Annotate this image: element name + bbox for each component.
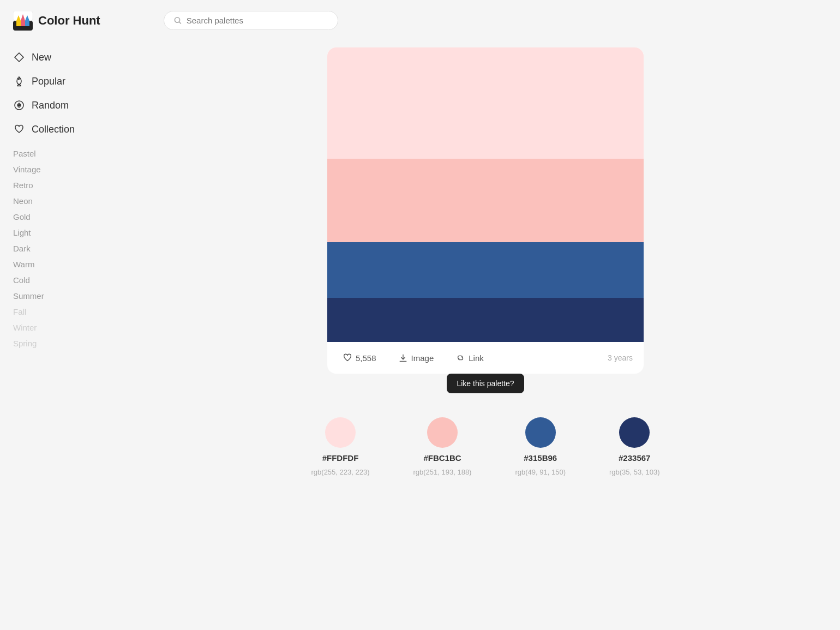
stripe-2 xyxy=(327,159,644,242)
heart-icon xyxy=(343,353,352,363)
stripe-4 xyxy=(327,298,644,343)
tag-neon[interactable]: Neon xyxy=(13,194,129,208)
color-swatches: #FFDFDF rgb(255, 223, 223) #FBC1BC rgb(2… xyxy=(311,417,660,476)
swatch-circle-2 xyxy=(427,417,458,448)
svg-rect-2 xyxy=(16,21,21,26)
palette-actions: 5,558 Image Link xyxy=(327,342,644,374)
svg-rect-4 xyxy=(25,21,29,26)
logo-area[interactable]: Color Hunt xyxy=(13,11,129,31)
swatch-3[interactable]: #315B96 rgb(49, 91, 150) xyxy=(515,417,566,476)
time-ago: 3 years xyxy=(608,353,633,362)
image-label: Image xyxy=(411,353,434,363)
swatch-circle-3 xyxy=(525,417,556,448)
nav-popular[interactable]: Popular xyxy=(13,70,129,93)
swatch-hex-3: #315B96 xyxy=(524,453,557,463)
swatch-rgb-3: rgb(49, 91, 150) xyxy=(515,468,566,476)
nav-collection[interactable]: Collection xyxy=(13,118,129,141)
swatch-circle-4 xyxy=(619,417,650,448)
diamond-icon xyxy=(13,51,25,63)
like-button[interactable]: 5,558 xyxy=(338,351,381,365)
like-tooltip: Like this palette? xyxy=(447,374,524,393)
swatch-4[interactable]: #233567 rgb(35, 53, 103) xyxy=(609,417,660,476)
main-content: 5,558 Image Link xyxy=(142,0,840,630)
tag-retro[interactable]: Retro xyxy=(13,178,129,193)
random-icon xyxy=(13,99,25,111)
swatch-rgb-4: rgb(35, 53, 103) xyxy=(609,468,660,476)
swatch-circle-1 xyxy=(325,417,356,448)
main-area: 5,558 Image Link xyxy=(164,47,807,476)
tag-vintage[interactable]: Vintage xyxy=(13,162,129,177)
swatch-1[interactable]: #FFDFDF rgb(255, 223, 223) xyxy=(311,417,370,476)
svg-point-11 xyxy=(175,17,179,22)
tag-fall[interactable]: Fall xyxy=(13,304,129,319)
svg-rect-3 xyxy=(21,21,25,26)
link-button[interactable]: Link xyxy=(451,351,488,365)
swatch-hex-2: #FBC1BC xyxy=(423,453,461,463)
link-label: Link xyxy=(469,353,484,363)
svg-point-10 xyxy=(19,105,20,106)
sidebar: Color Hunt New Popular xyxy=(0,0,142,630)
nav-new[interactable]: New xyxy=(13,46,129,69)
nav-collection-label: Collection xyxy=(32,124,75,135)
heart-outline-icon xyxy=(13,123,25,135)
swatch-hex-1: #FFDFDF xyxy=(322,453,359,463)
tag-pastel[interactable]: Pastel xyxy=(13,146,129,161)
stripe-1 xyxy=(327,47,644,159)
palette-card: 5,558 Image Link xyxy=(327,47,644,374)
likes-count: 5,558 xyxy=(356,353,376,363)
palette-stripes xyxy=(327,47,644,342)
stripe-3 xyxy=(327,242,644,298)
link-icon xyxy=(455,353,465,363)
tag-cold[interactable]: Cold xyxy=(13,273,129,287)
logo-icon xyxy=(13,11,33,31)
image-button[interactable]: Image xyxy=(394,351,439,365)
header-search xyxy=(164,11,807,30)
tag-dark[interactable]: Dark xyxy=(13,241,129,256)
tag-summer[interactable]: Summer xyxy=(13,289,129,303)
search-icon xyxy=(174,16,182,25)
swatch-rgb-1: rgb(255, 223, 223) xyxy=(311,468,370,476)
search-bar[interactable] xyxy=(164,11,338,30)
swatch-2[interactable]: #FBC1BC rgb(251, 193, 188) xyxy=(413,417,471,476)
tag-gold[interactable]: Gold xyxy=(13,209,129,224)
nav-random[interactable]: Random xyxy=(13,94,129,117)
tooltip-container: Like this palette? xyxy=(447,374,524,393)
tag-spring[interactable]: Spring xyxy=(13,336,129,351)
app-title: Color Hunt xyxy=(38,14,100,28)
svg-line-12 xyxy=(179,22,181,23)
tag-winter[interactable]: Winter xyxy=(13,320,129,335)
swatch-hex-4: #233567 xyxy=(619,453,650,463)
tag-list: Pastel Vintage Retro Neon Gold Light Dar… xyxy=(13,146,129,351)
nav-popular-label: Popular xyxy=(32,76,65,87)
swatch-rgb-2: rgb(251, 193, 188) xyxy=(413,468,471,476)
fire-icon xyxy=(13,75,25,87)
svg-marker-8 xyxy=(15,53,23,62)
download-icon xyxy=(398,353,408,363)
nav-new-label: New xyxy=(32,52,51,63)
search-input[interactable] xyxy=(187,16,328,25)
tag-light[interactable]: Light xyxy=(13,225,129,240)
nav-random-label: Random xyxy=(32,100,69,111)
tag-warm[interactable]: Warm xyxy=(13,257,129,272)
